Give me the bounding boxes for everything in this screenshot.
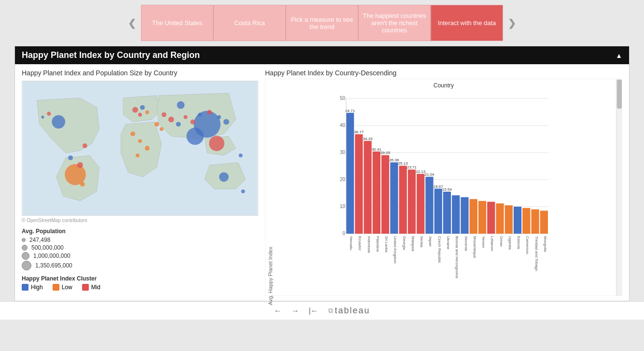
right-panel: Happy Planet Index by Country-Descending… [265, 69, 622, 296]
svg-text:0: 0 [342, 231, 345, 236]
prev-nav-button[interactable]: ❮ [123, 17, 141, 29]
chart-country-label: Country [266, 79, 622, 89]
bar-rect[interactable] [461, 197, 468, 234]
population-circle [22, 252, 29, 260]
svg-point-14 [136, 154, 140, 157]
svg-text:Ukraine: Ukraine [446, 236, 450, 250]
nav-tab-tab4[interactable]: The happiest countries aren't the riches… [358, 5, 431, 41]
svg-text:30: 30 [340, 150, 346, 155]
bar-rect[interactable] [505, 205, 513, 234]
bar-rect[interactable] [531, 210, 539, 234]
svg-point-20 [198, 113, 202, 117]
svg-text:23.71: 23.71 [407, 165, 417, 169]
bar-rect[interactable] [417, 174, 424, 234]
svg-text:Palestine: Palestine [376, 236, 380, 252]
bar-rect[interactable] [425, 177, 433, 234]
cluster-legend: Happy Planet Index Cluster HighLowMid [22, 275, 258, 291]
bar-chart-container[interactable]: Country Avg. Happy Planet Index 01020304… [265, 79, 622, 296]
bar-rect[interactable] [478, 201, 486, 234]
svg-point-30 [41, 115, 44, 118]
svg-text:10: 10 [340, 204, 346, 209]
chart-svg-area: 0102030405044.71Vanuatu36.77Ecuador34.33… [273, 94, 622, 305]
bar-rect[interactable] [408, 169, 416, 234]
svg-point-13 [145, 146, 150, 151]
world-map-svg [22, 81, 258, 215]
svg-text:Slovenia: Slovenia [464, 236, 468, 251]
nav-tab-tab5[interactable]: Interact with the data [431, 5, 503, 41]
svg-text:Oman: Oman [499, 236, 504, 247]
svg-text:Estonia: Estonia [517, 236, 521, 249]
forward-button[interactable]: → [291, 307, 299, 315]
bar-rect[interactable] [399, 166, 407, 234]
svg-text:Mozambique: Mozambique [473, 236, 477, 258]
cluster-item-low: Low [53, 284, 72, 291]
cluster-items: HighLowMid [22, 284, 258, 291]
bar-rect[interactable] [470, 199, 477, 234]
nav-tab-tab2[interactable]: Costa Rica [213, 5, 286, 41]
legend-items: 247,498500,000,0001,000,000,0001,350,695… [22, 237, 258, 270]
svg-text:Serbia: Serbia [420, 236, 424, 248]
svg-text:Sri Lanka: Sri Lanka [384, 236, 389, 253]
home-button[interactable]: |← [308, 307, 318, 315]
bar-rect[interactable] [373, 152, 380, 234]
bar-rect[interactable] [346, 113, 354, 234]
svg-text:34.33: 34.33 [363, 137, 373, 141]
bar-rect[interactable] [496, 203, 504, 234]
bar-rect[interactable] [355, 134, 363, 234]
svg-text:29.05: 29.05 [380, 151, 391, 155]
right-scrollbar[interactable] [616, 79, 622, 295]
dashboard-title-bar: Happy Planet Index by Country and Region… [15, 46, 629, 64]
nav-tab-tab1[interactable]: The United States [141, 5, 213, 41]
bar-rect[interactable] [514, 207, 521, 234]
bar-chart-svg: 0102030405044.71Vanuatu36.77Ecuador34.33… [273, 94, 622, 282]
svg-text:15.54: 15.54 [442, 187, 452, 192]
scroll-thumb [617, 80, 622, 109]
bar-rect[interactable] [487, 202, 495, 234]
svg-point-11 [130, 131, 135, 136]
cluster-color-dot [22, 284, 28, 291]
svg-text:50: 50 [340, 96, 346, 101]
svg-point-19 [190, 119, 195, 124]
bar-rect[interactable] [364, 141, 372, 234]
population-circle [22, 245, 28, 251]
bar-rect[interactable] [434, 189, 442, 234]
svg-point-33 [239, 154, 243, 157]
nav-tab-tab3[interactable]: Pick a measure to see the trend [286, 5, 358, 41]
svg-point-26 [68, 155, 73, 160]
svg-text:36.77: 36.77 [354, 130, 364, 134]
scroll-up-icon[interactable]: ▲ [616, 52, 622, 59]
back-button[interactable]: ← [274, 307, 281, 315]
bar-rect[interactable] [443, 192, 451, 234]
svg-point-5 [52, 115, 65, 128]
next-nav-button[interactable]: ❯ [503, 17, 521, 29]
svg-text:44.71: 44.71 [345, 109, 355, 113]
svg-text:40: 40 [340, 123, 346, 128]
cluster-label: Mid [91, 284, 100, 291]
bar-rect[interactable] [452, 195, 460, 234]
svg-point-16 [168, 116, 174, 122]
tableau-text: tableau [335, 306, 370, 316]
svg-text:Ecuador: Ecuador [358, 236, 362, 251]
cluster-item-mid: Mid [82, 284, 100, 291]
population-label: 247,498 [29, 237, 50, 243]
svg-text:Japan: Japan [428, 236, 433, 247]
svg-point-3 [186, 127, 204, 145]
svg-point-22 [217, 115, 221, 119]
svg-text:Malaysia: Malaysia [411, 236, 415, 252]
map-container[interactable] [22, 81, 258, 216]
svg-point-9 [145, 111, 149, 114]
svg-text:Indonesia: Indonesia [367, 236, 371, 253]
bar-rect[interactable] [540, 211, 548, 234]
bar-rect[interactable] [522, 208, 530, 234]
bar-rect[interactable] [381, 155, 389, 234]
tableau-icon: ⧉ [328, 307, 333, 315]
cluster-legend-title: Happy Planet Index Cluster [22, 275, 258, 282]
svg-point-27 [80, 182, 85, 187]
svg-point-12 [138, 139, 142, 143]
svg-point-17 [176, 122, 181, 126]
bar-rect[interactable] [390, 162, 398, 234]
svg-point-18 [183, 115, 187, 119]
tableau-logo-container: ⧉ tableau [328, 306, 370, 316]
svg-point-4 [209, 136, 224, 151]
cluster-color-dot [82, 284, 89, 291]
